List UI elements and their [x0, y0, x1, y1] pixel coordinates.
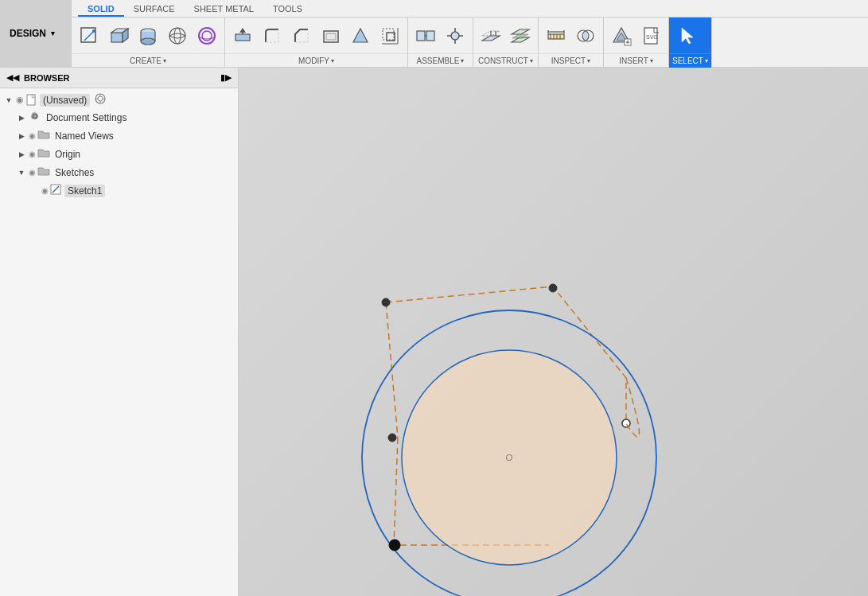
tree-item-doc-settings[interactable]: ▶ Document Settings: [0, 108, 238, 127]
svg-marker-16: [239, 28, 246, 33]
tree-item-named-views[interactable]: ▶ ◉ Named Views: [0, 127, 238, 145]
assemble-label-text: ASSEMBLE: [417, 56, 460, 65]
create-arrow: ▾: [163, 57, 166, 64]
shell-button[interactable]: [317, 18, 345, 53]
inspect-group: INSPECT ▾: [539, 18, 604, 68]
origin-expand-icon[interactable]: ▶: [16, 149, 27, 160]
create-group: CREATE ▾: [72, 18, 225, 68]
tab-sheet-metal[interactable]: SHEET METAL: [185, 2, 263, 17]
control-point-5[interactable]: [389, 540, 400, 551]
tree-item-sketch1[interactable]: ◉ Sketch1: [0, 181, 238, 200]
modify-label-text: MODIFY: [298, 56, 329, 65]
sphere-button[interactable]: [163, 18, 192, 53]
svg-point-8: [141, 38, 155, 45]
scale-button[interactable]: [376, 18, 404, 53]
svg-marker-33: [482, 36, 500, 41]
root-expand-icon[interactable]: ▼: [3, 95, 14, 106]
browser-collapse-icon[interactable]: ▮▶: [220, 72, 232, 83]
tree-item-root[interactable]: ▼ ◉ (Unsaved): [0, 92, 238, 108]
sketches-visibility-icon[interactable]: ◉: [29, 168, 36, 177]
named-views-folder-icon: [37, 128, 50, 143]
inspect-label[interactable]: INSPECT ▾: [539, 53, 603, 68]
insert-label[interactable]: INSERT ▾: [604, 53, 668, 68]
control-point-3-open[interactable]: [622, 419, 630, 427]
svg-rect-59: [32, 95, 35, 98]
insert-mesh-button[interactable]: [607, 18, 636, 53]
svg-marker-20: [353, 29, 368, 42]
select-button[interactable]: [672, 18, 701, 53]
interference-icon: [574, 25, 597, 47]
create-tools: [72, 18, 224, 53]
svg-point-12: [174, 28, 181, 44]
new-sketch-button[interactable]: [75, 18, 103, 53]
sketches-expand-icon[interactable]: ▼: [16, 167, 27, 178]
sketch1-visibility-icon[interactable]: ◉: [41, 186, 49, 195]
tree-item-sketches[interactable]: ▼ ◉ Sketches: [0, 163, 238, 181]
press-pull-button[interactable]: [228, 18, 257, 53]
svg-rect-25: [417, 31, 425, 41]
control-point-2[interactable]: [549, 284, 557, 292]
canvas-area[interactable]: [239, 68, 868, 596]
offset-plane-button[interactable]: [477, 18, 505, 53]
svg-rect-19: [326, 33, 336, 40]
origin-visibility-icon[interactable]: ◉: [29, 150, 36, 158]
fillet-button[interactable]: [258, 18, 286, 53]
browser-back-icon[interactable]: ◀◀: [6, 72, 19, 83]
fillet-icon: [261, 25, 283, 47]
insert-svg-button[interactable]: SVG: [636, 18, 665, 53]
joint-button[interactable]: [441, 18, 469, 53]
box-button[interactable]: [104, 18, 133, 53]
canvas-background: [239, 68, 868, 596]
svg-marker-57: [682, 28, 693, 44]
root-target-icon[interactable]: [95, 93, 106, 107]
modify-label[interactable]: MODIFY ▾: [225, 53, 407, 68]
named-views-visibility-icon[interactable]: ◉: [29, 131, 36, 140]
tab-surface[interactable]: SURFACE: [124, 2, 185, 17]
sketch1-label: Sketch1: [64, 185, 105, 197]
torus-button[interactable]: [193, 18, 221, 53]
assemble-label[interactable]: ASSEMBLE ▾: [408, 53, 473, 68]
modify-group: MODIFY ▾: [225, 18, 408, 68]
toolbar: DESIGN ▾ SOLID SURFACE SHEET METAL TOOLS: [0, 0, 868, 68]
sketches-folder-icon: [37, 165, 50, 180]
measure-button[interactable]: [542, 18, 570, 53]
tab-tools[interactable]: TOOLS: [263, 2, 312, 17]
browser-tree: ▼ ◉ (Unsaved): [0, 88, 238, 596]
scale-icon: [379, 25, 401, 47]
tab-solid[interactable]: SOLID: [78, 2, 124, 17]
toolbar-groups-area: CREATE ▾: [72, 18, 868, 68]
svg-point-28: [451, 32, 459, 40]
hex-left-edge: [386, 302, 398, 438]
new-sketch-icon: [78, 25, 100, 47]
midplane-button[interactable]: [506, 18, 535, 53]
sketch-svg: [239, 68, 868, 596]
root-label: (Unsaved): [40, 94, 90, 107]
insert-label-text: INSERT: [619, 56, 648, 65]
cylinder-button[interactable]: [134, 18, 162, 53]
assemble-arrow: ▾: [461, 57, 464, 64]
control-point-1[interactable]: [382, 298, 390, 306]
create-label[interactable]: CREATE ▾: [72, 53, 224, 68]
select-label[interactable]: SELECT ▾: [669, 53, 711, 68]
interference-button[interactable]: [571, 18, 600, 53]
named-views-expand-icon[interactable]: ▶: [16, 130, 27, 142]
sketch1-icon: [50, 183, 63, 198]
tree-item-origin[interactable]: ▶ ◉ Origin: [0, 145, 238, 163]
new-component-button[interactable]: [411, 18, 440, 53]
inspect-label-text: INSPECT: [551, 56, 586, 65]
assemble-group: ASSEMBLE ▾: [408, 18, 473, 68]
torus-icon: [196, 25, 218, 47]
design-label: DESIGN: [10, 28, 46, 39]
doc-settings-expand-icon[interactable]: ▶: [16, 112, 27, 123]
chamfer-button[interactable]: [287, 18, 316, 53]
svg-rect-22: [383, 29, 394, 40]
svg-point-61: [98, 96, 103, 101]
design-button[interactable]: DESIGN ▾: [0, 0, 72, 67]
modify-arrow: ▾: [331, 57, 334, 64]
select-label-text: SELECT: [672, 56, 703, 65]
svg-line-1: [84, 31, 94, 41]
draft-button[interactable]: [346, 18, 375, 53]
control-point-4[interactable]: [388, 434, 396, 442]
root-eye-icon[interactable]: ◉: [16, 95, 24, 105]
construct-label[interactable]: CONSTRUCT ▾: [473, 53, 538, 68]
